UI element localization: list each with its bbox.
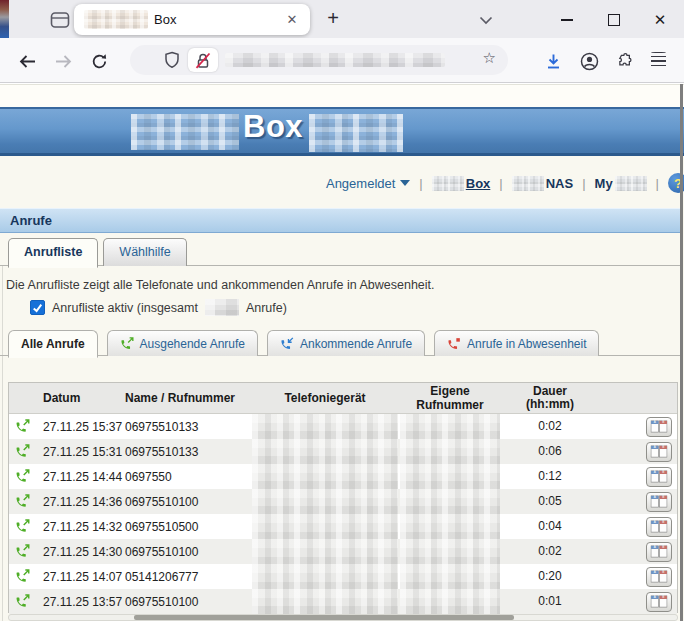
call-date: 27.11.25 14:44 [35, 470, 125, 484]
account-icon [580, 52, 599, 71]
account-button[interactable] [576, 48, 602, 74]
table-row: 27.11.25 14:44 0697550 0:12 [9, 464, 677, 489]
back-arrow-icon [19, 54, 36, 69]
bookmark-star-icon[interactable]: ☆ [483, 49, 496, 67]
browser-toolbar: ☆ [0, 38, 684, 83]
new-tab-button[interactable]: + [320, 6, 346, 32]
redacted-own-number [400, 414, 500, 439]
nav-separator: | [656, 176, 659, 191]
puzzle-icon [615, 52, 633, 70]
outgoing-call-icon [15, 594, 30, 609]
panel-left-border [2, 266, 3, 621]
add-to-phonebook-button[interactable] [646, 442, 672, 462]
back-button[interactable] [14, 48, 40, 74]
filter-tab-incoming-label: Ankommende Anrufe [300, 337, 412, 351]
app-menu-button[interactable] [645, 48, 671, 74]
reload-button[interactable] [86, 48, 112, 74]
call-duration: 0:04 [500, 520, 600, 533]
firefox-view-button[interactable] [48, 9, 72, 31]
insecure-connection-lock-icon[interactable] [188, 48, 218, 72]
tab-close-button[interactable]: ✕ [283, 11, 301, 29]
window-minimize-button[interactable] [551, 8, 583, 32]
redacted-url-text [225, 53, 445, 67]
filter-tab-outgoing[interactable]: Ausgehende Anrufe [107, 330, 258, 356]
filter-tab-missed[interactable]: Anrufe in Abwesenheit [434, 330, 599, 356]
call-number: 06975510100 [125, 595, 250, 609]
call-duration: 0:05 [500, 495, 600, 508]
redacted-own-number [400, 489, 500, 514]
add-to-phonebook-button[interactable] [646, 467, 672, 487]
filter-tab-incoming[interactable]: Ankommende Anrufe [267, 330, 425, 356]
page-top-strip [0, 85, 684, 107]
window-maximize-button[interactable] [598, 8, 630, 32]
url-bar[interactable]: ☆ [130, 45, 508, 75]
phonebook-icon [650, 570, 668, 583]
add-to-phonebook-button[interactable] [646, 492, 672, 512]
redacted-device [252, 414, 398, 439]
tab-anrufliste[interactable]: Anrufliste [8, 238, 98, 268]
nav-link-my-label: My [595, 176, 613, 191]
hamburger-menu-icon [651, 56, 666, 67]
logged-in-dropdown[interactable]: Angemeldet [326, 176, 410, 191]
site-banner: Box [0, 107, 684, 156]
forward-button[interactable] [50, 48, 76, 74]
main-tabs: Anrufliste Wählhilfe [8, 238, 187, 268]
redacted-device [252, 564, 398, 589]
outgoing-call-icon [15, 419, 30, 434]
call-duration: 0:12 [500, 470, 600, 483]
tab-waehlhilfe[interactable]: Wählhilfe [103, 238, 186, 266]
reload-icon [91, 53, 108, 70]
table-row: 27.11.25 15:37 06975510133 0:02 [9, 414, 677, 439]
horizontal-scrollbar-thumb[interactable] [134, 615, 514, 620]
redacted-brand-right [309, 114, 403, 152]
browser-window: Box ✕ + ✕ [0, 0, 684, 621]
add-to-phonebook-button[interactable] [646, 542, 672, 562]
filter-tab-outgoing-label: Ausgehende Anrufe [140, 337, 245, 351]
redacted-device [252, 489, 398, 514]
checkbox-label-after: Anrufe) [246, 301, 287, 315]
chevron-down-icon [400, 180, 410, 186]
call-list-active-checkbox[interactable] [30, 300, 45, 315]
redacted-favicon-title [84, 10, 148, 29]
outgoing-call-icon [15, 569, 30, 584]
phonebook-icon [650, 545, 668, 558]
add-to-phonebook-button[interactable] [646, 517, 672, 537]
redacted-own-number [400, 439, 500, 464]
maximize-icon [608, 14, 620, 26]
filter-tab-all[interactable]: Alle Anrufe [8, 330, 98, 358]
add-to-phonebook-button[interactable] [646, 592, 672, 612]
downloads-button[interactable] [540, 48, 566, 74]
nav-link-nas[interactable]: NAS [512, 176, 573, 191]
nav-link-box[interactable]: Box [432, 176, 491, 191]
nav-separator: | [419, 176, 422, 191]
filter-tabs: Alle Anrufe Ausgehende Anrufe Ankommende… [8, 330, 599, 358]
table-row: 27.11.25 15:31 06975510133 0:06 [9, 439, 677, 464]
browser-tab-active[interactable]: Box ✕ [74, 4, 310, 35]
filter-tab-missed-label: Anrufe in Abwesenheit [467, 337, 586, 351]
checkbox-label-before: Anrufliste aktiv (insgesamt [52, 301, 198, 315]
redacted-own-number [400, 539, 500, 564]
phonebook-icon [650, 420, 668, 433]
call-duration: 0:01 [500, 595, 600, 608]
table-body: 27.11.25 15:37 06975510133 0:02 27.11.25… [9, 414, 677, 614]
vertical-scrollbar[interactable] [680, 84, 683, 621]
horizontal-scrollbar[interactable] [8, 614, 678, 621]
add-to-phonebook-button[interactable] [646, 417, 672, 437]
list-all-tabs-button[interactable] [472, 8, 500, 32]
extensions-button[interactable] [611, 48, 637, 74]
page-content: Box Angemeldet | Box | NAS | My | [0, 84, 684, 621]
update-notification-dot [651, 52, 666, 54]
call-number: 0697550 [125, 470, 250, 484]
outgoing-call-icon [15, 544, 30, 559]
redacted-brand-left [131, 114, 239, 150]
outgoing-call-icon [120, 337, 134, 351]
add-to-phonebook-button[interactable] [646, 567, 672, 587]
tracking-protection-shield-icon[interactable] [164, 51, 180, 73]
download-icon [545, 53, 562, 70]
window-close-button[interactable]: ✕ [644, 8, 676, 32]
table-row: 27.11.25 14:36 06975510100 0:05 [9, 489, 677, 514]
call-date: 27.11.25 13:57 [35, 595, 125, 609]
nav-link-my[interactable]: My [595, 176, 647, 191]
header-device: Telefoniegerät [250, 391, 400, 405]
logged-in-label: Angemeldet [326, 176, 395, 191]
